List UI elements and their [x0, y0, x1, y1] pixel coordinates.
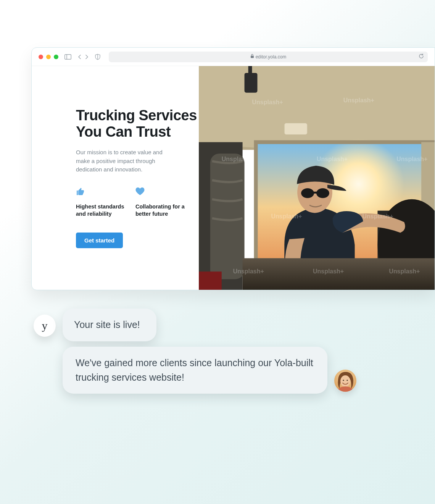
- svg-text:Unsplash+: Unsplash+: [313, 268, 344, 275]
- hero-title: Trucking Services You Can Trust: [76, 107, 199, 140]
- svg-rect-3: [251, 56, 254, 58]
- user-avatar: [334, 370, 356, 392]
- svg-text:Unsplash+: Unsplash+: [271, 213, 302, 220]
- svg-point-34: [343, 380, 344, 381]
- address-bar[interactable]: editor.yola.com: [109, 52, 428, 62]
- svg-rect-20: [313, 192, 318, 194]
- chat-bubble-text: We've gained more clients since launchin…: [76, 357, 313, 383]
- svg-rect-5: [284, 123, 307, 134]
- traffic-lights: [39, 55, 58, 59]
- svg-rect-0: [65, 54, 71, 59]
- svg-text:Unsplash+: Unsplash+: [389, 268, 420, 275]
- svg-rect-7: [248, 66, 252, 75]
- reload-icon[interactable]: [419, 53, 424, 60]
- yola-badge: y: [34, 315, 56, 337]
- window-close-dot[interactable]: [39, 55, 43, 59]
- nav-back-icon[interactable]: [77, 55, 82, 59]
- chat-bubble-text: Your site is live!: [74, 319, 140, 330]
- hero-copy-column: Trucking Services You Can Trust Our miss…: [32, 66, 199, 290]
- svg-text:Unsplash+: Unsplash+: [222, 156, 253, 162]
- chat-bubble-site-live: Your site is live!: [63, 309, 156, 341]
- feature-standards: Highest standards and reliability: [76, 187, 126, 218]
- svg-text:Unsplash+: Unsplash+: [343, 97, 374, 103]
- heart-icon: [135, 187, 185, 196]
- feature-label: Collaborating for a better future: [135, 203, 185, 218]
- lock-icon: [250, 54, 254, 60]
- svg-point-19: [316, 188, 329, 198]
- browser-window: editor.yola.com Trucking Services You Ca…: [31, 47, 435, 290]
- features-row: Highest standards and reliability Collab…: [76, 187, 199, 218]
- sidebar-toggle-icon[interactable]: [64, 54, 71, 60]
- svg-text:Unsplash+: Unsplash+: [317, 156, 348, 162]
- chat-bubble-testimonial: We've gained more clients since launchin…: [63, 347, 327, 394]
- hero-image: Unsplash+ Unsplash+ Unsplash+ Unsplash+ …: [199, 66, 435, 290]
- svg-rect-9: [210, 153, 245, 279]
- browser-chrome: editor.yola.com: [32, 48, 435, 66]
- svg-text:Unsplash+: Unsplash+: [252, 99, 283, 105]
- feature-collaboration: Collaborating for a better future: [135, 187, 185, 218]
- svg-text:Unsplash+: Unsplash+: [362, 213, 393, 220]
- get-started-button[interactable]: Get started: [76, 233, 123, 248]
- privacy-shield-icon[interactable]: [95, 54, 100, 60]
- hero-subtitle: Our mission is to create value and make …: [76, 148, 175, 174]
- svg-text:Unsplash+: Unsplash+: [396, 156, 427, 162]
- site-body: Trucking Services You Can Trust Our miss…: [32, 66, 435, 290]
- window-maximize-dot[interactable]: [54, 55, 58, 59]
- nav-forward-icon[interactable]: [84, 55, 89, 59]
- svg-rect-6: [245, 73, 258, 93]
- nav-arrows: [77, 55, 89, 59]
- yola-badge-letter: y: [42, 319, 48, 332]
- svg-rect-4: [199, 66, 435, 150]
- svg-point-35: [346, 380, 348, 381]
- address-bar-url: editor.yola.com: [256, 54, 287, 60]
- feature-label: Highest standards and reliability: [76, 203, 126, 218]
- svg-rect-10: [199, 271, 222, 290]
- svg-text:Unsplash+: Unsplash+: [233, 268, 264, 275]
- window-minimize-dot[interactable]: [46, 55, 51, 59]
- svg-point-18: [301, 188, 314, 198]
- thumbs-up-icon: [76, 187, 126, 196]
- svg-point-33: [340, 375, 350, 387]
